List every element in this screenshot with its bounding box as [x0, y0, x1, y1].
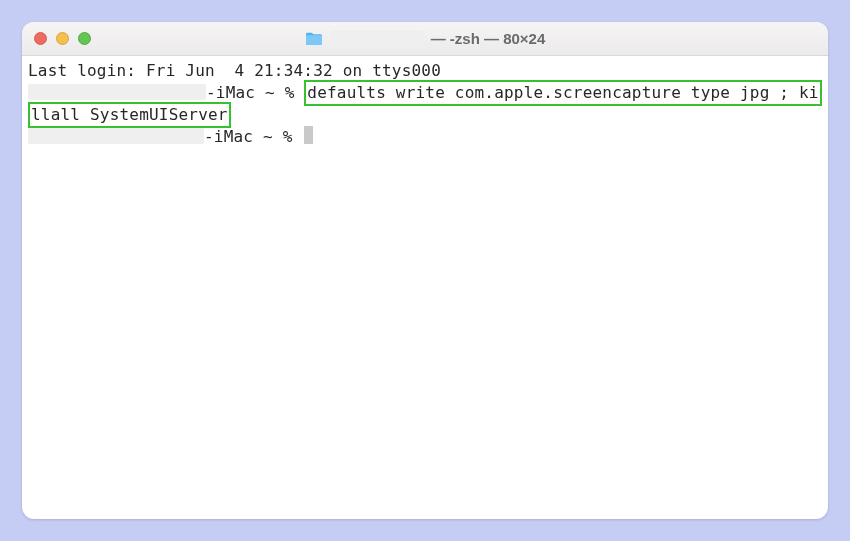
close-icon[interactable]	[34, 32, 47, 45]
svg-rect-0	[306, 35, 322, 45]
prompt-1: -iMac ~ %	[206, 83, 304, 102]
command-line-2: llall SystemUIServer	[28, 104, 822, 126]
minimize-icon[interactable]	[56, 32, 69, 45]
highlighted-command-part1: defaults write com.apple.screencapture t…	[304, 80, 821, 106]
last-login-line: Last login: Fri Jun 4 21:34:32 on ttys00…	[28, 60, 822, 82]
title-redacted	[331, 30, 423, 48]
window-titlebar[interactable]: — -zsh — 80×24	[22, 22, 828, 56]
window-title: — -zsh — 80×24	[22, 30, 828, 48]
hostname-redacted-2	[28, 128, 204, 144]
cursor-icon	[304, 126, 313, 144]
highlighted-command-part2: llall SystemUIServer	[28, 102, 231, 128]
traffic-lights	[34, 32, 91, 45]
title-text: — -zsh — 80×24	[431, 30, 546, 47]
prompt-line-2: -iMac ~ %	[28, 126, 822, 148]
command-line-1: -iMac ~ % defaults write com.apple.scree…	[28, 82, 822, 104]
terminal-window: — -zsh — 80×24 Last login: Fri Jun 4 21:…	[22, 22, 828, 519]
hostname-redacted	[28, 84, 206, 100]
folder-icon	[305, 32, 323, 46]
zoom-icon[interactable]	[78, 32, 91, 45]
prompt-2: -iMac ~ %	[204, 127, 302, 146]
terminal-viewport[interactable]: Last login: Fri Jun 4 21:34:32 on ttys00…	[22, 56, 828, 519]
